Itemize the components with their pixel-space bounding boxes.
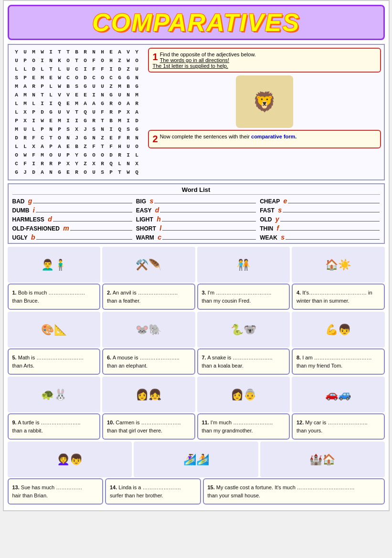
ws-cell: W — [38, 48, 47, 56]
ws-cell: U — [116, 91, 124, 99]
ws-cell: P — [38, 125, 47, 134]
ws-cell: I — [38, 99, 47, 108]
word-label: HARMLESS — [12, 216, 44, 223]
ws-cell: G — [133, 82, 141, 91]
ws-cell: N — [124, 91, 133, 99]
ws-cell: C — [90, 74, 98, 82]
sentence-9: 9. A turtle is …………………..than a rabbit. — [8, 413, 101, 440]
sentence-8: 8. I am ……………………………than my friend Tom. — [292, 348, 385, 375]
ws-cell: R — [107, 99, 116, 108]
cartoon-sue-brian: 👩‍🦱👦 — [8, 442, 132, 477]
ws-cell: H — [107, 56, 116, 65]
ws-cell: U — [90, 168, 98, 177]
ws-cell: L — [21, 142, 30, 151]
image-row-3: 🐢🐰 👩👧 👩👵 🚗🚙 — [8, 377, 385, 412]
ws-cell: C — [73, 65, 81, 74]
ws-cell: X — [64, 159, 73, 168]
ws-cell: G — [107, 91, 116, 99]
ws-cell: G — [98, 99, 107, 108]
ws-cell: T — [73, 56, 81, 65]
image-row-1: 👨‍🦱🧍‍♂️ ⚒️🪶 🧑‍🤝‍🧑 🏠☀️ — [8, 247, 385, 283]
ws-cell: N — [47, 125, 55, 134]
title-box: COMPARATIVES — [8, 5, 385, 40]
ws-cell: R — [90, 116, 98, 125]
ws-cell: N — [47, 168, 55, 177]
sentence-1: 1. Bob is much …………………than Bruce. — [8, 284, 101, 310]
word-label: LIGHT — [136, 216, 153, 223]
word-line — [280, 215, 380, 221]
ws-cell: E — [73, 91, 81, 99]
word-line — [288, 197, 380, 203]
word-label: THIN — [260, 225, 273, 232]
ws-cell: S — [12, 74, 21, 82]
ws-cell: A — [133, 108, 141, 116]
ws-cell: F — [30, 151, 38, 159]
ws-cell: Z — [124, 65, 133, 74]
ws-cell: F — [90, 142, 98, 151]
ws-cell: T — [47, 65, 55, 74]
ws-cell: I — [64, 116, 73, 125]
image-row-2: 🎨📐 🐭🐘 🐍🐨 💪👦 — [8, 312, 385, 347]
ws-cell: T — [98, 142, 107, 151]
instruction-box-2: 2 Now complete the sentences with their … — [148, 130, 381, 148]
sentence-14: 14. Linda is a ………………….surfer than her b… — [105, 478, 201, 505]
word-label: FAST — [260, 207, 275, 214]
ws-cell: A — [12, 91, 21, 99]
wordsearch-grid: YUMWITTBRNHEAVYUPOINKOTOFOHZWOLLDLTLUCIF… — [9, 45, 145, 179]
ws-cell: P — [116, 108, 124, 116]
ws-cell: N — [133, 74, 141, 82]
ws-cell: U — [55, 108, 64, 116]
ws-cell: L — [12, 99, 21, 108]
ws-cell: G — [47, 108, 55, 116]
ws-cell: E — [64, 99, 73, 108]
word-line — [154, 197, 256, 203]
ws-cell: C — [12, 159, 21, 168]
ws-cell: W — [55, 82, 64, 91]
ws-cell: G — [116, 74, 124, 82]
ws-cell: Q — [81, 108, 90, 116]
ws-cell: S — [98, 168, 107, 177]
ws-cell: X — [21, 108, 30, 116]
ws-cell: U — [124, 142, 133, 151]
word-list-item: BIG s — [136, 197, 256, 205]
sentence-11: 11. I'm much …………………..than my grandmothe… — [197, 413, 290, 440]
ws-cell: D — [30, 65, 38, 74]
ws-cell: J — [73, 134, 81, 142]
ws-cell: D — [38, 108, 47, 116]
exercise-section: 👨‍🦱🧍‍♂️ ⚒️🪶 🧑‍🤝‍🧑 🏠☀️ 1. Bob is much ………… — [8, 247, 385, 505]
word-line — [70, 224, 132, 231]
ws-cell: Y — [73, 159, 81, 168]
cartoon-anvil-feather: ⚒️🪶 — [102, 247, 195, 283]
ws-cell: T — [98, 116, 107, 125]
ws-cell: O — [55, 134, 64, 142]
ws-cell: W — [124, 168, 133, 177]
ws-cell: P — [12, 116, 21, 125]
word-letter: s — [278, 206, 282, 214]
ws-cell: P — [38, 82, 47, 91]
exercise-row-1: 1. Bob is much …………………than Bruce. 2. An … — [8, 284, 385, 310]
ws-cell: P — [55, 159, 64, 168]
ws-cell: D — [133, 116, 141, 125]
word-list-title: Word List — [12, 186, 380, 195]
ws-cell: I — [47, 48, 55, 56]
image-row-4: 👩‍🦱👦 🏄‍♀️🏄 🏰🏠 — [8, 442, 385, 477]
ws-cell: T — [38, 91, 47, 99]
ws-cell: V — [64, 91, 73, 99]
ws-cell: J — [81, 125, 90, 134]
ws-cell: N — [98, 91, 107, 99]
sentence-12: 12. My car is …………………..than yours. — [292, 413, 385, 440]
ws-cell: D — [116, 65, 124, 74]
word-label: WEAK — [260, 234, 277, 241]
word-label: EASY — [136, 207, 152, 214]
ws-cell: U — [12, 56, 21, 65]
ws-cell: N — [124, 159, 133, 168]
word-list-item: WEAK s — [260, 233, 380, 241]
word-list-item: SHORT l — [136, 224, 256, 232]
ws-cell: E — [30, 74, 38, 82]
ws-cell: M — [73, 99, 81, 108]
ws-cell: S — [124, 125, 133, 134]
word-letter: c — [158, 233, 161, 241]
ws-cell: L — [21, 65, 30, 74]
sentence-3: 3. I'm …………………………..than my cousin Fred. — [197, 284, 290, 310]
ws-cell: E — [47, 74, 55, 82]
